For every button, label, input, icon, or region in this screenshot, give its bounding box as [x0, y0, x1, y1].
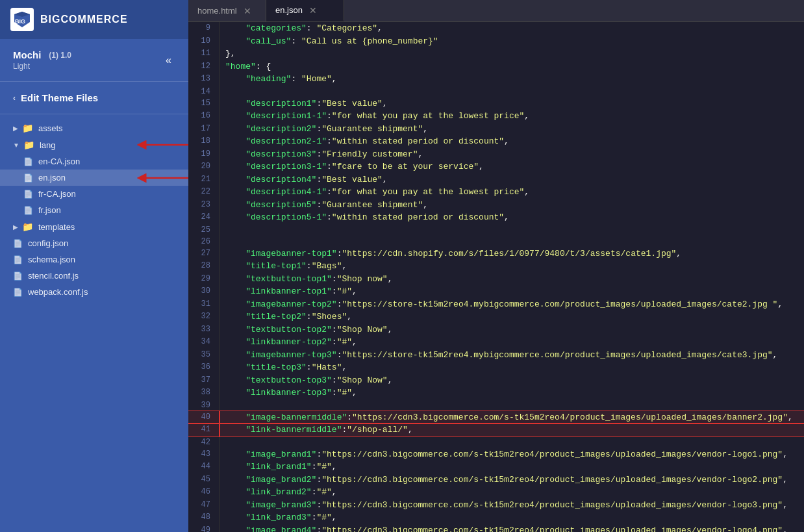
line-code-11: },	[220, 47, 804, 60]
code-line-11: 11},	[188, 47, 804, 60]
code-line-47: 47 "image_brand3":"https://cdn3.bigcomme…	[188, 499, 804, 512]
line-number-13: 13	[188, 73, 220, 86]
line-code-42	[220, 437, 804, 448]
tab-label-home-html: home.html	[197, 6, 237, 16]
code-line-48: 48 "link_brand3":"#",	[188, 511, 804, 524]
tree-item-templates[interactable]: ▶ 📁 templates	[0, 218, 188, 235]
line-number-12: 12	[188, 60, 220, 73]
line-code-46: "link_brand2":"#",	[220, 486, 804, 499]
code-line-20: 20 "description3-1":"fcare to be at your…	[188, 160, 804, 173]
tab-close-home-html[interactable]: ✕	[242, 6, 253, 16]
tabs-bar: home.html ✕ en.json ✕	[188, 0, 804, 22]
tab-label-en-json: en.json	[275, 5, 303, 15]
line-number-23: 23	[188, 199, 220, 212]
code-line-36: 36 "title-top3":"Hats",	[188, 361, 804, 374]
code-line-22: 22 "description4-1":"for what you pay at…	[188, 186, 804, 199]
code-line-40: 40 "image-bannermiddle":"https://cdn3.bi…	[188, 411, 804, 424]
line-code-17: "description2":"Guarantee shipment",	[220, 123, 804, 136]
line-number-18: 18	[188, 135, 220, 148]
code-line-32: 32 "title-top2":"Shoes",	[188, 310, 804, 323]
line-number-21: 21	[188, 173, 220, 186]
line-code-35: "imagebanner-top3":"https://store-tk15m2…	[220, 349, 804, 362]
tree-item-en-CA-json[interactable]: 📄 en-CA.json	[0, 153, 188, 170]
line-code-28: "title-top1":"Bags",	[220, 260, 804, 273]
app-title: BIGCOMMERCE	[40, 14, 128, 25]
tree-item-schema-json[interactable]: 📄 schema.json	[0, 251, 188, 268]
tree-label-fr-CA-json: fr-CA.json	[38, 189, 76, 199]
tree-item-fr-json[interactable]: 📄 fr.json	[0, 202, 188, 218]
code-line-17: 17 "description2":"Guarantee shipment",	[188, 123, 804, 136]
line-code-12: "home": {	[220, 60, 804, 73]
line-code-47: "image_brand3":"https://cdn3.bigcommerce…	[220, 499, 804, 512]
tab-close-en-json[interactable]: ✕	[308, 6, 318, 15]
tree-item-webpack-conf-js[interactable]: 📄 webpack.conf.js	[0, 284, 188, 300]
line-code-41: "link-bannermiddle":"/shop-all/",	[220, 424, 804, 437]
collapse-sidebar-button[interactable]: «	[162, 53, 175, 68]
tree-item-en-json[interactable]: 📄 en.json	[0, 170, 188, 186]
line-number-38: 38	[188, 386, 220, 399]
tab-home-html[interactable]: home.html ✕	[188, 0, 266, 21]
line-number-20: 20	[188, 160, 220, 173]
line-code-33: "textbutton-top2":"Shop Now",	[220, 323, 804, 336]
line-code-23: "description5":"Guarantee shipment",	[220, 199, 804, 212]
code-editor[interactable]: 9 "categories": "Categories",10 "call_us…	[188, 22, 804, 532]
line-code-19: "description3":"Friendly customer",	[220, 148, 804, 161]
tree-label-schema-json: schema.json	[28, 255, 75, 264]
line-code-15: "description1":"Best value",	[220, 97, 804, 110]
line-code-34: "linkbanner-top2":"#",	[220, 336, 804, 349]
tab-en-json[interactable]: en.json ✕	[266, 0, 344, 21]
line-code-38: "linkbanner-top3":"#",	[220, 386, 804, 399]
tree-label-en-CA-json: en-CA.json	[38, 157, 80, 166]
code-line-42: 42	[188, 437, 804, 448]
folder-icon: 📁	[22, 123, 33, 133]
chevron-left-icon: ‹	[13, 94, 16, 103]
file-icon-config: 📄	[13, 239, 23, 248]
line-code-10: "call_us": "Call us at {phone_number}"	[220, 35, 804, 48]
code-line-12: 12"home": {	[188, 60, 804, 73]
line-code-45: "image_brand2":"https://cdn3.bigcommerce…	[220, 474, 804, 487]
line-number-47: 47	[188, 499, 220, 512]
tree-item-config-json[interactable]: 📄 config.json	[0, 235, 188, 251]
file-icon-webpack: 📄	[13, 288, 23, 297]
line-code-22: "description4-1":"for what you pay at th…	[220, 186, 804, 199]
logo-icon: BIG	[10, 8, 34, 31]
line-number-29: 29	[188, 273, 220, 286]
edit-theme-button[interactable]: ‹ Edit Theme Files	[13, 90, 98, 106]
code-line-23: 23 "description5":"Guarantee shipment",	[188, 199, 804, 212]
line-code-43: "image_brand1":"https://cdn3.bigcommerce…	[220, 448, 804, 461]
line-number-37: 37	[188, 374, 220, 387]
tree-label-fr-json: fr.json	[38, 205, 61, 215]
line-number-9: 9	[188, 22, 220, 35]
line-code-18: "description2-1":"within stated period o…	[220, 135, 804, 148]
file-icon-en-CA: 📄	[23, 157, 33, 166]
code-line-10: 10 "call_us": "Call us at {phone_number}…	[188, 35, 804, 48]
line-number-14: 14	[188, 86, 220, 97]
line-code-24: "description5-1":"within stated period o…	[220, 211, 804, 224]
line-number-49: 49	[188, 524, 220, 533]
code-line-29: 29 "textbutton-top1":"Shop now",	[188, 273, 804, 286]
tree-item-lang[interactable]: ▼ 📁 lang	[0, 136, 188, 153]
file-tree: ▶ 📁 assets ▼ 📁 lang 📄 en-CA.json 📄 en.js…	[0, 114, 188, 532]
code-line-41: 41 "link-bannermiddle":"/shop-all/",	[188, 424, 804, 437]
caret-icon: ▶	[13, 125, 18, 132]
code-line-16: 16 "description1-1":"for what you pay at…	[188, 110, 804, 123]
tree-item-stencil-conf-js[interactable]: 📄 stencil.conf.js	[0, 268, 188, 284]
line-number-48: 48	[188, 511, 220, 524]
line-code-13: "heading": "Home",	[220, 73, 804, 86]
code-line-43: 43 "image_brand1":"https://cdn3.bigcomme…	[188, 448, 804, 461]
code-line-46: 46 "link_brand2":"#",	[188, 486, 804, 499]
store-name-row: Mochi (1) 1.0	[13, 49, 71, 60]
code-line-15: 15 "description1":"Best value",	[188, 97, 804, 110]
code-line-33: 33 "textbutton-top2":"Shop Now",	[188, 323, 804, 336]
code-line-26: 26	[188, 236, 804, 247]
tree-label-webpack-conf-js: webpack.conf.js	[28, 287, 88, 297]
line-number-34: 34	[188, 336, 220, 349]
tree-item-fr-CA-json[interactable]: 📄 fr-CA.json	[0, 186, 188, 202]
code-line-25: 25	[188, 224, 804, 236]
file-icon-fr-CA: 📄	[23, 190, 33, 199]
svg-text:BIG: BIG	[15, 18, 25, 25]
line-number-32: 32	[188, 310, 220, 323]
tree-item-assets[interactable]: ▶ 📁 assets	[0, 120, 188, 136]
code-line-9: 9 "categories": "Categories",	[188, 22, 804, 35]
tree-label-assets: assets	[38, 123, 63, 133]
